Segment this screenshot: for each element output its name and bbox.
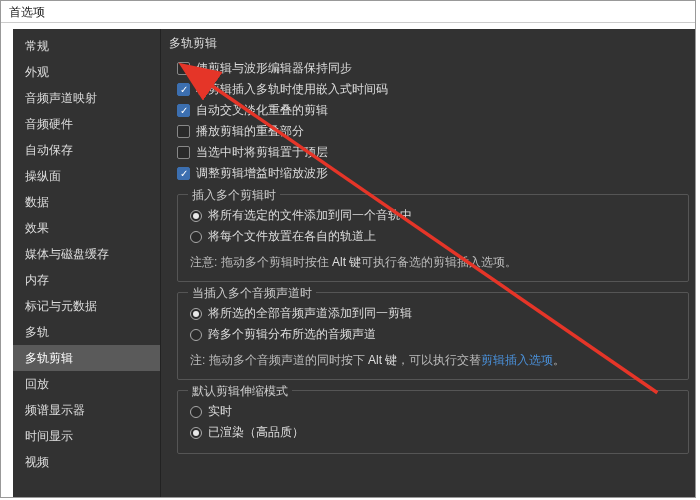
group-insert-multiple-clips: 插入多个剪辑时 将所有选定的文件添加到同一个音轨中将每个文件放置在各自的轨道上 …: [177, 194, 689, 282]
checkbox-label: 使剪辑与波形编辑器保持同步: [196, 60, 352, 77]
radio[interactable]: [190, 406, 202, 418]
group-insert-multiple-channels: 当插入多个音频声道时 将所选的全部音频声道添加到同一剪辑跨多个剪辑分布所选的音频…: [177, 292, 689, 380]
sidebar-item[interactable]: 外观: [13, 59, 160, 85]
sidebar-item[interactable]: 频谱显示器: [13, 397, 160, 423]
checkbox-label: 播放剪辑的重叠部分: [196, 123, 304, 140]
sidebar-item[interactable]: 媒体与磁盘缓存: [13, 241, 160, 267]
group-note: 注意: 拖动多个剪辑时按住 Alt 键可执行备选的剪辑插入选项。: [190, 253, 676, 271]
radio[interactable]: [190, 231, 202, 243]
sidebar-item[interactable]: 音频硬件: [13, 111, 160, 137]
checkbox-row[interactable]: 使剪辑与波形编辑器保持同步: [169, 58, 695, 79]
checkbox[interactable]: [177, 125, 190, 138]
radio-row[interactable]: 将所选的全部音频声道添加到同一剪辑: [190, 303, 676, 324]
radio-label: 实时: [208, 403, 232, 420]
checkbox-row[interactable]: 播放剪辑的重叠部分: [169, 121, 695, 142]
sidebar-item[interactable]: 内存: [13, 267, 160, 293]
window-title: 首选项: [1, 1, 695, 23]
radio-label: 将所选的全部音频声道添加到同一剪辑: [208, 305, 412, 322]
group-legend: 插入多个剪辑时: [188, 187, 280, 204]
radio[interactable]: [190, 308, 202, 320]
sidebar-item[interactable]: 标记与元数据: [13, 293, 160, 319]
checkbox-list: 使剪辑与波形编辑器保持同步将剪辑插入多轨时使用嵌入式时间码自动交叉淡化重叠的剪辑…: [169, 58, 695, 184]
sidebar-item[interactable]: 多轨剪辑: [13, 345, 160, 371]
sidebar-item[interactable]: 自动保存: [13, 137, 160, 163]
radio-label: 将所有选定的文件添加到同一个音轨中: [208, 207, 412, 224]
sidebar-item[interactable]: 音频声道映射: [13, 85, 160, 111]
group-note: 注: 拖动多个音频声道的同时按下 Alt 键，可以执行交替剪辑插入选项。: [190, 351, 676, 369]
section-heading: 多轨剪辑: [169, 35, 695, 52]
sidebar-item[interactable]: 回放: [13, 371, 160, 397]
checkbox-label: 将剪辑插入多轨时使用嵌入式时间码: [196, 81, 388, 98]
checkbox[interactable]: [177, 104, 190, 117]
radio-label: 已渲染（高品质）: [208, 424, 304, 441]
sidebar-item[interactable]: 操纵面: [13, 163, 160, 189]
checkbox[interactable]: [177, 83, 190, 96]
checkbox-row[interactable]: 将剪辑插入多轨时使用嵌入式时间码: [169, 79, 695, 100]
checkbox[interactable]: [177, 62, 190, 75]
radio-label: 将每个文件放置在各自的轨道上: [208, 228, 376, 245]
radio-row[interactable]: 实时: [190, 401, 676, 422]
content-pane: 多轨剪辑 使剪辑与波形编辑器保持同步将剪辑插入多轨时使用嵌入式时间码自动交叉淡化…: [161, 29, 695, 497]
radio-row[interactable]: 将每个文件放置在各自的轨道上: [190, 226, 676, 247]
checkbox[interactable]: [177, 146, 190, 159]
radio-row[interactable]: 已渲染（高品质）: [190, 422, 676, 443]
preferences-panel: 常规外观音频声道映射音频硬件自动保存操纵面数据效果媒体与磁盘缓存内存标记与元数据…: [13, 29, 695, 497]
checkbox-label: 自动交叉淡化重叠的剪辑: [196, 102, 328, 119]
sidebar-item[interactable]: 多轨: [13, 319, 160, 345]
radio[interactable]: [190, 427, 202, 439]
radio-row[interactable]: 将所有选定的文件添加到同一个音轨中: [190, 205, 676, 226]
checkbox-row[interactable]: 调整剪辑增益时缩放波形: [169, 163, 695, 184]
checkbox-row[interactable]: 当选中时将剪辑置于顶层: [169, 142, 695, 163]
group-default-stretch-mode: 默认剪辑伸缩模式 实时已渲染（高品质）: [177, 390, 689, 454]
radio[interactable]: [190, 210, 202, 222]
checkbox-row[interactable]: 自动交叉淡化重叠的剪辑: [169, 100, 695, 121]
group-legend: 当插入多个音频声道时: [188, 285, 316, 302]
group-legend: 默认剪辑伸缩模式: [188, 383, 292, 400]
sidebar-item[interactable]: 数据: [13, 189, 160, 215]
sidebar-item[interactable]: 效果: [13, 215, 160, 241]
sidebar-item[interactable]: 常规: [13, 33, 160, 59]
radio-label: 跨多个剪辑分布所选的音频声道: [208, 326, 376, 343]
checkbox[interactable]: [177, 167, 190, 180]
sidebar-item[interactable]: 时间显示: [13, 423, 160, 449]
sidebar-item[interactable]: 视频: [13, 449, 160, 475]
checkbox-label: 调整剪辑增益时缩放波形: [196, 165, 328, 182]
radio[interactable]: [190, 329, 202, 341]
checkbox-label: 当选中时将剪辑置于顶层: [196, 144, 328, 161]
radio-row[interactable]: 跨多个剪辑分布所选的音频声道: [190, 324, 676, 345]
sidebar: 常规外观音频声道映射音频硬件自动保存操纵面数据效果媒体与磁盘缓存内存标记与元数据…: [13, 29, 161, 497]
